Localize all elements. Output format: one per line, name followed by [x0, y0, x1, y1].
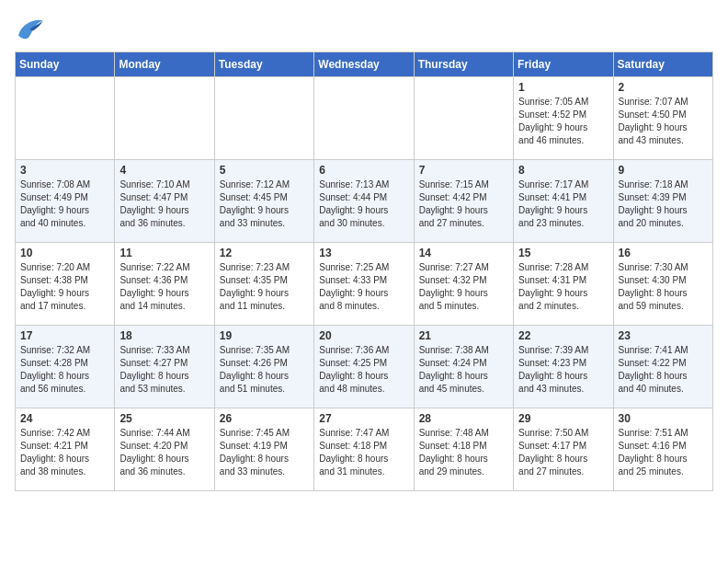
day-number: 19: [220, 329, 309, 342]
day-number: 21: [419, 329, 508, 342]
day-info: Sunrise: 7:10 AM Sunset: 4:47 PM Dayligh…: [119, 178, 209, 230]
day-info: Sunrise: 7:44 AM Sunset: 4:20 PM Dayligh…: [119, 427, 209, 478]
day-number: 26: [220, 412, 309, 425]
calendar-cell: 11Sunrise: 7:22 AM Sunset: 4:36 PM Dayli…: [115, 243, 214, 326]
calendar-cell: 6Sunrise: 7:13 AM Sunset: 4:44 PM Daylig…: [314, 160, 414, 243]
calendar-cell: 16Sunrise: 7:30 AM Sunset: 4:30 PM Dayli…: [613, 243, 712, 326]
day-number: 18: [119, 329, 209, 342]
day-number: 3: [20, 164, 109, 177]
day-number: 22: [518, 329, 608, 342]
day-info: Sunrise: 7:41 AM Sunset: 4:22 PM Dayligh…: [619, 344, 708, 396]
calendar-cell: 1Sunrise: 7:05 AM Sunset: 4:52 PM Daylig…: [514, 77, 613, 160]
day-info: Sunrise: 7:38 AM Sunset: 4:24 PM Dayligh…: [419, 344, 508, 396]
calendar-cell: 2Sunrise: 7:07 AM Sunset: 4:50 PM Daylig…: [613, 77, 712, 160]
calendar-week-2: 3Sunrise: 7:08 AM Sunset: 4:49 PM Daylig…: [16, 160, 713, 243]
day-info: Sunrise: 7:17 AM Sunset: 4:41 PM Dayligh…: [518, 178, 608, 230]
day-info: Sunrise: 7:25 AM Sunset: 4:33 PM Dayligh…: [319, 261, 408, 313]
day-info: Sunrise: 7:30 AM Sunset: 4:30 PM Dayligh…: [619, 261, 708, 313]
day-number: 14: [419, 247, 508, 259]
day-number: 10: [20, 247, 109, 259]
day-number: 24: [20, 412, 109, 425]
day-number: 2: [619, 81, 708, 94]
page-header: [15, 15, 713, 40]
header-friday: Friday: [514, 52, 613, 77]
logo: [15, 15, 48, 40]
day-info: Sunrise: 7:12 AM Sunset: 4:45 PM Dayligh…: [220, 178, 309, 230]
day-info: Sunrise: 7:33 AM Sunset: 4:27 PM Dayligh…: [119, 344, 209, 396]
calendar-cell: 27Sunrise: 7:47 AM Sunset: 4:18 PM Dayli…: [314, 408, 414, 491]
day-number: 30: [619, 412, 708, 425]
calendar-cell: 10Sunrise: 7:20 AM Sunset: 4:38 PM Dayli…: [16, 243, 115, 326]
day-number: 6: [319, 164, 408, 177]
day-number: 1: [518, 81, 608, 94]
header-saturday: Saturday: [613, 52, 712, 77]
day-info: Sunrise: 7:32 AM Sunset: 4:28 PM Dayligh…: [20, 344, 109, 396]
calendar-cell: 30Sunrise: 7:51 AM Sunset: 4:16 PM Dayli…: [613, 408, 712, 491]
header-monday: Monday: [115, 52, 214, 77]
calendar-week-4: 17Sunrise: 7:32 AM Sunset: 4:28 PM Dayli…: [16, 326, 713, 408]
day-info: Sunrise: 7:28 AM Sunset: 4:31 PM Dayligh…: [518, 261, 608, 313]
calendar-cell: [314, 77, 414, 160]
day-info: Sunrise: 7:47 AM Sunset: 4:18 PM Dayligh…: [319, 427, 408, 478]
day-number: 15: [518, 247, 608, 259]
calendar-cell: 18Sunrise: 7:33 AM Sunset: 4:27 PM Dayli…: [115, 326, 214, 408]
calendar-cell: 5Sunrise: 7:12 AM Sunset: 4:45 PM Daylig…: [214, 160, 313, 243]
calendar-cell: 13Sunrise: 7:25 AM Sunset: 4:33 PM Dayli…: [314, 243, 414, 326]
calendar-cell: [115, 77, 214, 160]
calendar-cell: 25Sunrise: 7:44 AM Sunset: 4:20 PM Dayli…: [115, 408, 214, 491]
calendar-header-row: SundayMondayTuesdayWednesdayThursdayFrid…: [16, 52, 713, 77]
day-number: 4: [119, 164, 209, 177]
calendar-table: SundayMondayTuesdayWednesdayThursdayFrid…: [15, 52, 713, 491]
day-number: 27: [319, 412, 408, 425]
day-info: Sunrise: 7:27 AM Sunset: 4:32 PM Dayligh…: [419, 261, 508, 313]
calendar-cell: 21Sunrise: 7:38 AM Sunset: 4:24 PM Dayli…: [414, 326, 513, 408]
day-info: Sunrise: 7:42 AM Sunset: 4:21 PM Dayligh…: [20, 427, 109, 478]
day-number: 7: [419, 164, 508, 177]
day-info: Sunrise: 7:20 AM Sunset: 4:38 PM Dayligh…: [20, 261, 109, 313]
day-number: 28: [419, 412, 508, 425]
day-info: Sunrise: 7:18 AM Sunset: 4:39 PM Dayligh…: [619, 178, 708, 230]
day-number: 8: [518, 164, 608, 177]
calendar-cell: 8Sunrise: 7:17 AM Sunset: 4:41 PM Daylig…: [514, 160, 613, 243]
calendar-cell: 3Sunrise: 7:08 AM Sunset: 4:49 PM Daylig…: [16, 160, 115, 243]
calendar-cell: 4Sunrise: 7:10 AM Sunset: 4:47 PM Daylig…: [115, 160, 214, 243]
day-number: 17: [20, 329, 109, 342]
logo-icon: [15, 15, 44, 40]
day-info: Sunrise: 7:36 AM Sunset: 4:25 PM Dayligh…: [319, 344, 408, 396]
calendar-cell: 17Sunrise: 7:32 AM Sunset: 4:28 PM Dayli…: [16, 326, 115, 408]
calendar-cell: [214, 77, 313, 160]
day-number: 20: [319, 329, 408, 342]
calendar-cell: 9Sunrise: 7:18 AM Sunset: 4:39 PM Daylig…: [613, 160, 712, 243]
calendar-cell: 22Sunrise: 7:39 AM Sunset: 4:23 PM Dayli…: [514, 326, 613, 408]
calendar-cell: 28Sunrise: 7:48 AM Sunset: 4:18 PM Dayli…: [414, 408, 513, 491]
day-info: Sunrise: 7:50 AM Sunset: 4:17 PM Dayligh…: [518, 427, 608, 478]
calendar-week-5: 24Sunrise: 7:42 AM Sunset: 4:21 PM Dayli…: [16, 408, 713, 491]
calendar-cell: 20Sunrise: 7:36 AM Sunset: 4:25 PM Dayli…: [314, 326, 414, 408]
day-number: 29: [518, 412, 608, 425]
day-number: 11: [119, 247, 209, 259]
day-info: Sunrise: 7:13 AM Sunset: 4:44 PM Dayligh…: [319, 178, 408, 230]
day-info: Sunrise: 7:15 AM Sunset: 4:42 PM Dayligh…: [419, 178, 508, 230]
header-tuesday: Tuesday: [214, 52, 313, 77]
day-number: 25: [119, 412, 209, 425]
day-info: Sunrise: 7:39 AM Sunset: 4:23 PM Dayligh…: [518, 344, 608, 396]
calendar-cell: 26Sunrise: 7:45 AM Sunset: 4:19 PM Dayli…: [214, 408, 313, 491]
day-number: 12: [220, 247, 309, 259]
calendar-cell: 23Sunrise: 7:41 AM Sunset: 4:22 PM Dayli…: [613, 326, 712, 408]
day-number: 23: [619, 329, 708, 342]
calendar-cell: 19Sunrise: 7:35 AM Sunset: 4:26 PM Dayli…: [214, 326, 313, 408]
calendar-cell: 24Sunrise: 7:42 AM Sunset: 4:21 PM Dayli…: [16, 408, 115, 491]
header-sunday: Sunday: [16, 52, 115, 77]
calendar-cell: 14Sunrise: 7:27 AM Sunset: 4:32 PM Dayli…: [414, 243, 513, 326]
day-info: Sunrise: 7:23 AM Sunset: 4:35 PM Dayligh…: [220, 261, 309, 313]
day-info: Sunrise: 7:05 AM Sunset: 4:52 PM Dayligh…: [518, 96, 608, 147]
day-info: Sunrise: 7:45 AM Sunset: 4:19 PM Dayligh…: [220, 427, 309, 478]
day-number: 9: [619, 164, 708, 177]
header-thursday: Thursday: [414, 52, 513, 77]
calendar-week-1: 1Sunrise: 7:05 AM Sunset: 4:52 PM Daylig…: [16, 77, 713, 160]
calendar-week-3: 10Sunrise: 7:20 AM Sunset: 4:38 PM Dayli…: [16, 243, 713, 326]
calendar-cell: 29Sunrise: 7:50 AM Sunset: 4:17 PM Dayli…: [514, 408, 613, 491]
header-wednesday: Wednesday: [314, 52, 414, 77]
day-info: Sunrise: 7:07 AM Sunset: 4:50 PM Dayligh…: [619, 96, 708, 147]
day-number: 13: [319, 247, 408, 259]
